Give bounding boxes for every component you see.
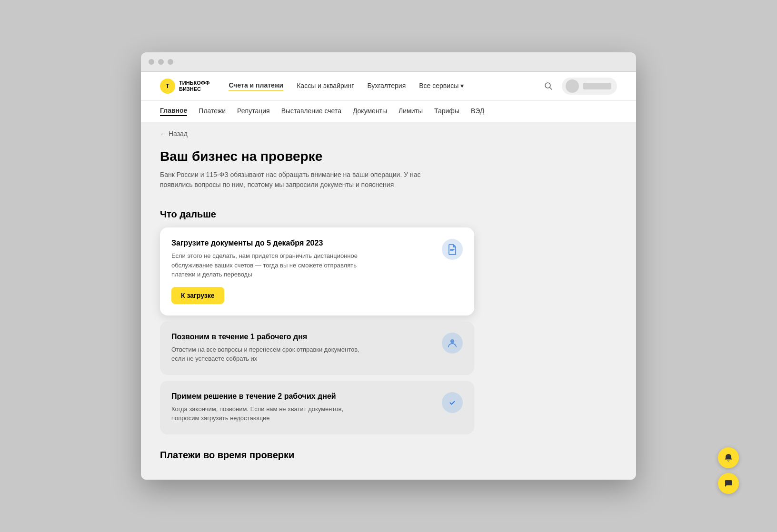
svg-point-5	[450, 339, 454, 343]
avatar	[566, 79, 579, 93]
sub-nav-home[interactable]: Главное	[160, 107, 187, 116]
logo-text: ТИНЬКОФФ БИЗНЕС	[179, 80, 209, 92]
notification-button[interactable]	[718, 447, 739, 468]
card-upload-text: Если этого не сделать, нам придется огра…	[171, 251, 371, 279]
person-icon-wrapper	[442, 333, 463, 354]
sub-nav-ved[interactable]: ВЭД	[471, 107, 484, 116]
page-content: ← Назад Ваш бизнес на проверке Банк Росс…	[141, 122, 569, 480]
document-icon	[447, 244, 458, 255]
page-title: Ваш бизнес на проверке	[160, 149, 550, 164]
card-upload-title: Загрузите документы до 5 декабря 2023	[171, 239, 434, 247]
traffic-light-red[interactable]	[149, 59, 154, 65]
chat-button[interactable]	[718, 473, 739, 494]
nav-link-accounting[interactable]: Бухгалтерия	[367, 82, 406, 90]
sub-nav-documents[interactable]: Документы	[353, 107, 387, 116]
browser-content: Т ТИНЬКОФФ БИЗНЕС Счета и платежи Кассы …	[141, 72, 636, 480]
logo-icon: Т	[160, 79, 175, 94]
nav-links: Счета и платежи Кассы и эквайринг Бухгал…	[229, 81, 528, 91]
nav-link-accounts[interactable]: Счета и платежи	[229, 81, 283, 91]
page-subtitle: Банк России и 115-ФЗ обязывают нас обращ…	[160, 170, 427, 190]
card-upload: Загрузите документы до 5 декабря 2023 Ес…	[160, 227, 474, 315]
sub-nav-links: Главное Платежи Репутация Выставление сч…	[160, 101, 617, 122]
sub-nav-limits[interactable]: Лимиты	[398, 107, 423, 116]
browser-window: Т ТИНЬКОФФ БИЗНЕС Счета и платежи Кассы …	[141, 52, 636, 480]
sub-nav-tariffs[interactable]: Тарифы	[434, 107, 459, 116]
chat-icon	[724, 479, 733, 488]
nav-main: Т ТИНЬКОФФ БИЗНЕС Счета и платежи Кассы …	[160, 72, 617, 100]
card-call: Позвоним в течение 1 рабочего дня Ответи…	[160, 321, 474, 375]
sub-nav-invoice[interactable]: Выставление счета	[281, 107, 341, 116]
person-icon	[447, 337, 458, 349]
check-icon-wrapper	[442, 392, 463, 413]
sub-nav-reputation[interactable]: Репутация	[237, 107, 270, 116]
browser-chrome	[141, 52, 636, 72]
search-button[interactable]	[543, 80, 554, 92]
card-decision-text: Когда закончим, позвоним. Если нам не хв…	[171, 404, 371, 423]
card-call-title: Позвоним в течение 1 рабочего дня	[171, 333, 434, 341]
bell-icon	[724, 453, 733, 463]
card-decision-content: Примем решение в течение 2 рабочих дней …	[171, 392, 434, 423]
what-next-title: Что дальше	[160, 209, 550, 220]
nav-right	[543, 78, 617, 95]
card-decision-title: Примем решение в течение 2 рабочих дней	[171, 392, 434, 401]
card-call-content: Позвоним в течение 1 рабочего дня Ответи…	[171, 333, 434, 364]
traffic-light-green[interactable]	[168, 59, 173, 65]
back-link[interactable]: ← Назад	[160, 130, 550, 138]
card-upload-content: Загрузите документы до 5 декабря 2023 Ес…	[171, 239, 434, 304]
top-nav: Т ТИНЬКОФФ БИЗНЕС Счета и платежи Кассы …	[141, 72, 636, 101]
upload-button[interactable]: К загрузке	[171, 287, 224, 304]
user-badge[interactable]	[562, 78, 617, 95]
logo[interactable]: Т ТИНЬКОФФ БИЗНЕС	[160, 79, 209, 94]
user-name	[583, 83, 611, 89]
document-icon-wrapper	[442, 239, 463, 260]
nav-link-all-services[interactable]: Все сервисы ▾	[419, 82, 464, 90]
check-icon	[447, 397, 458, 408]
card-decision: Примем решение в течение 2 рабочих дней …	[160, 381, 474, 434]
sub-nav-payments[interactable]: Платежи	[199, 107, 226, 116]
payments-section-title: Платежи во время проверки	[160, 450, 474, 461]
traffic-light-yellow[interactable]	[158, 59, 164, 65]
nav-link-kassa[interactable]: Кассы и эквайринг	[297, 82, 354, 90]
floating-buttons	[718, 447, 739, 494]
sub-nav: Главное Платежи Репутация Выставление сч…	[141, 101, 636, 122]
svg-point-6	[448, 398, 457, 407]
svg-line-1	[550, 88, 552, 90]
card-call-text: Ответим на все вопросы и перенесем срок …	[171, 345, 371, 364]
